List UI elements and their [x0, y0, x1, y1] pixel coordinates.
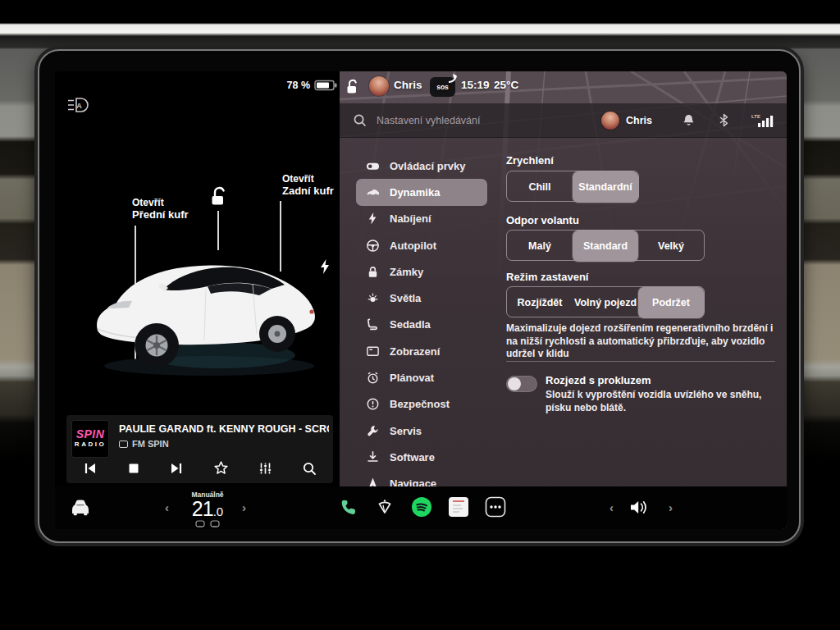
notifications-bell-icon[interactable]: [682, 113, 696, 128]
seat-heater-left-icon: [195, 520, 205, 527]
status-bar: Chris sos 15:19 25°C: [340, 76, 787, 101]
acceleration-option-chill[interactable]: Chill: [507, 171, 573, 203]
unlocked-icon[interactable]: [345, 78, 361, 96]
seat-icon: [366, 317, 380, 331]
wiper-icon: [375, 498, 395, 516]
sidebar-item-charging[interactable]: Nabíjení: [356, 206, 487, 232]
station-logo-top: SPIN: [76, 428, 105, 440]
driver-avatar[interactable]: [369, 76, 389, 96]
sidebar-item-service[interactable]: Servis: [356, 418, 487, 444]
equalizer-button[interactable]: [258, 461, 272, 476]
car-render[interactable]: [84, 232, 331, 388]
acceleration-segmented-control: Chill Standardní: [506, 171, 639, 202]
sidebar-item-lights[interactable]: Světla: [356, 285, 487, 311]
clock: 15:19: [461, 79, 490, 91]
steering-option-light[interactable]: Malý: [507, 231, 573, 262]
next-track-button[interactable]: [169, 461, 184, 476]
stopping-mode-segmented-control: Rozjíždět Volný pojezd Podržet: [506, 286, 705, 317]
sidebar-item-dynamics[interactable]: Dynamika: [356, 179, 487, 205]
phone-app-button[interactable]: [338, 497, 358, 517]
svg-text:LTE: LTE: [751, 114, 760, 119]
steering-wheel-icon: [366, 239, 380, 253]
calendar-app-button[interactable]: [448, 496, 469, 518]
settings-search-bar[interactable]: Nastavení vyhledávání Chris LTE: [340, 103, 787, 138]
temp-up-chevron[interactable]: ›: [242, 500, 246, 514]
sidebar-item-display[interactable]: Zobrazení: [356, 338, 487, 364]
slip-start-toggle[interactable]: [506, 376, 537, 392]
sidebar-item-locks[interactable]: Zámky: [356, 258, 487, 285]
launcher-bar: Manuálně ‹ 21.0 ›: [55, 486, 787, 529]
display-icon: [366, 345, 380, 358]
stop-button[interactable]: [127, 462, 140, 475]
battery-status[interactable]: 78 %: [287, 80, 338, 91]
media-source[interactable]: FM SPIN: [119, 439, 169, 449]
toggle-icon: [366, 159, 380, 173]
sidebar-item-safety[interactable]: Bezpečnost: [356, 391, 487, 418]
driver-name[interactable]: Chris: [394, 79, 422, 91]
stopping-option-creep[interactable]: Rozjíždět: [507, 287, 573, 318]
settings-sidebar: Ovládací prvky Dynamika Nabíjení: [356, 153, 487, 497]
dashboard-photo: A 78 % Otevřít Přední kufr: [0, 0, 840, 630]
steering-segmented-control: Malý Standard Velký: [506, 230, 705, 261]
open-front-trunk-button[interactable]: Otevřít Přední kufr: [132, 197, 189, 221]
steering-title: Odpor volantu: [506, 214, 579, 226]
download-icon: [366, 450, 380, 464]
touchscreen-display: A 78 % Otevřít Přední kufr: [55, 71, 787, 529]
media-player: SPIN RADIO PAULIE GARAND ft. KENNY ROUGH…: [66, 415, 333, 483]
search-placeholder: Nastavení vyhledávání: [377, 115, 480, 126]
previous-track-button[interactable]: [83, 461, 98, 476]
volume-button[interactable]: [628, 498, 651, 516]
wrench-icon: [366, 424, 380, 438]
radio-source-icon: [119, 441, 128, 448]
sos-arrow-icon: [447, 73, 459, 84]
tesla-touchscreen: A 78 % Otevřít Přední kufr: [38, 49, 801, 543]
spotify-app-button[interactable]: [411, 496, 432, 518]
open-rear-trunk-button[interactable]: Otevřít Zadní kufr: [282, 173, 334, 198]
seat-heater-indicators[interactable]: [185, 520, 231, 527]
stopping-option-hold[interactable]: Podržet: [638, 287, 704, 318]
outside-temperature: 25°C: [494, 79, 518, 91]
sidebar-item-seats[interactable]: Sedadla: [356, 312, 487, 338]
warning-circle-icon: [366, 397, 380, 411]
steering-option-standard[interactable]: Standard: [573, 231, 638, 262]
speaker-icon: [628, 499, 651, 516]
sidebar-item-schedule[interactable]: Plánovat: [356, 364, 487, 390]
lightning-icon: [366, 212, 380, 226]
sidebar-item-autopilot[interactable]: Autopilot: [356, 232, 487, 258]
battery-percent: 78 %: [287, 80, 311, 91]
seat-heater-right-icon: [210, 520, 220, 527]
temp-down-chevron[interactable]: ‹: [165, 500, 169, 514]
station-logo-bottom: RADIO: [75, 440, 106, 449]
wiper-app-button[interactable]: [375, 497, 395, 517]
car-front-icon: [68, 497, 93, 517]
calendar-icon: [448, 496, 469, 518]
media-track-title[interactable]: PAULIE GARAND ft. KENNY ROUGH - SCROLL: [119, 423, 329, 435]
sidebar-item-controls[interactable]: Ovládací prvky: [356, 153, 487, 179]
sos-badge[interactable]: sos: [430, 77, 455, 97]
acceleration-option-standard[interactable]: Standardní: [573, 171, 638, 203]
favorite-star-button[interactable]: [213, 460, 229, 476]
profile-name[interactable]: Chris: [626, 115, 652, 126]
auto-headlight-icon: A: [66, 96, 91, 114]
all-apps-button[interactable]: [485, 496, 506, 518]
stopping-option-roll[interactable]: Volný pojezd: [573, 287, 638, 318]
station-logo[interactable]: SPIN RADIO: [71, 420, 109, 458]
sidebar-item-software[interactable]: Software: [356, 444, 487, 470]
unlocked-padlock-icon[interactable]: [208, 185, 231, 208]
section-divider: [506, 361, 775, 362]
profile-avatar[interactable]: [601, 112, 619, 130]
car-controls-button[interactable]: [68, 496, 93, 518]
volume-down-chevron[interactable]: ‹: [609, 500, 614, 514]
acceleration-title: Zrychlení: [506, 154, 554, 167]
steering-option-heavy[interactable]: Velký: [638, 231, 704, 262]
slip-start-description: Slouží k vyproštění vozidla uvízlého ve …: [546, 389, 783, 414]
phone-icon: [339, 498, 357, 516]
profile-area: Chris LTE: [601, 112, 787, 130]
media-search-button[interactable]: [302, 461, 317, 476]
search-icon: [353, 113, 367, 127]
bluetooth-icon[interactable]: [719, 113, 729, 127]
volume-up-chevron[interactable]: ›: [669, 500, 673, 514]
stopping-mode-description: Maximalizuje dojezd rozšířením regenerat…: [506, 322, 778, 361]
svg-text:A: A: [76, 102, 82, 110]
climate-temperature-button[interactable]: 21.0: [175, 497, 240, 521]
